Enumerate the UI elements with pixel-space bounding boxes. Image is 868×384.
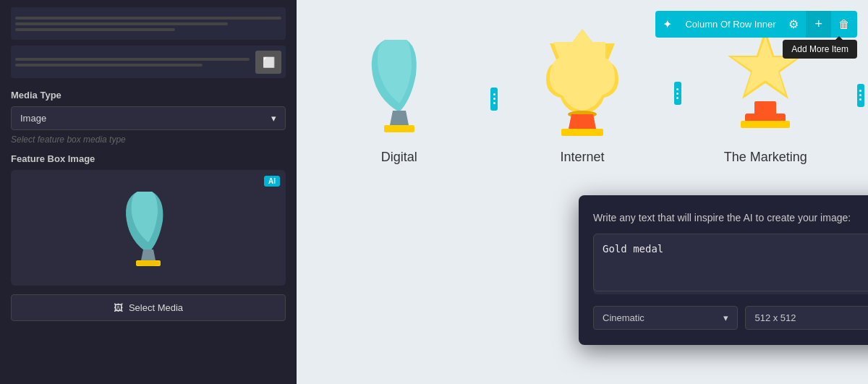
thumb-image-icon: ⬜: [255, 51, 281, 74]
trophy-card-1: Digital: [311, 33, 487, 165]
prompt-textarea[interactable]: [593, 234, 868, 291]
media-type-value: Image: [20, 113, 46, 124]
media-type-hint: Select feature box media type: [11, 135, 286, 145]
svg-rect-4: [561, 129, 603, 136]
svg-rect-2: [384, 125, 414, 132]
thumb-lines: [15, 17, 281, 31]
thumb-line: [15, 22, 228, 25]
thumb-line: [15, 64, 203, 67]
style-dropdown[interactable]: Cinematic ▾: [593, 306, 738, 330]
trophy-card-2: Internet: [494, 22, 670, 165]
template-thumbnails: ⬜: [11, 7, 286, 78]
thumb-line: [15, 58, 250, 61]
trash-icon: 🗑: [838, 18, 850, 30]
image-preview-box: AI: [11, 170, 286, 286]
left-panel: ⬜ Media Type Image ▾ Select feature box …: [0, 0, 297, 384]
thumb-item-2[interactable]: ⬜: [11, 46, 286, 78]
dialog-footer: Cinematic ▾ 512 x 512 ▾ Generate Image: [593, 304, 868, 330]
add-more-item-tooltip: Add More Item: [783, 40, 857, 59]
svg-point-1: [136, 260, 161, 266]
settings-button[interactable]: ⚙: [781, 12, 806, 37]
gear-icon: ⚙: [788, 17, 799, 31]
style-label: Cinematic: [603, 312, 644, 323]
canvas-area: ✦ Column Of Row Inner ⚙ + 🗑 Add More Ite…: [297, 0, 868, 384]
plus-icon: +: [814, 17, 822, 31]
thumb-lines: [15, 58, 250, 67]
column-move-icon[interactable]: ✦: [655, 12, 679, 37]
thumb-line: [15, 28, 175, 31]
select-media-icon: 🖼: [114, 302, 123, 313]
svg-rect-9: [741, 121, 790, 128]
media-type-dropdown[interactable]: Image ▾: [11, 106, 286, 130]
add-item-button[interactable]: +: [806, 11, 831, 38]
chevron-down-icon: ▾: [271, 113, 276, 124]
media-type-section-label: Media Type: [11, 90, 286, 101]
thumb-item-1[interactable]: [11, 7, 286, 40]
drag-handle-3[interactable]: [857, 84, 864, 107]
ai-dialog: Write any text that will inspire the AI …: [579, 195, 868, 345]
chevron-down-icon: ▾: [723, 312, 728, 323]
dialog-header: Write any text that will inspire the AI …: [593, 210, 868, 225]
prompt-textarea-wrap: 🕐: [593, 234, 868, 294]
size-dropdown[interactable]: 512 x 512 ▾: [745, 306, 868, 330]
size-label: 512 x 512: [754, 312, 796, 323]
trophy-preview-image: [112, 181, 184, 275]
thumb-line: [15, 17, 281, 20]
delete-button[interactable]: 🗑: [831, 12, 857, 37]
column-toolbar: ✦ Column Of Row Inner ⚙ + 🗑: [655, 11, 857, 38]
select-media-label: Select Media: [129, 302, 183, 313]
trophy-name-2: Internet: [560, 150, 604, 165]
trophy-name-3: The Marketing: [724, 150, 807, 165]
feature-box-label: Feature Box Image: [11, 153, 286, 164]
ai-badge: AI: [264, 176, 280, 187]
dialog-title: Write any text that will inspire the AI …: [593, 212, 851, 223]
select-media-button[interactable]: 🖼 Select Media: [11, 294, 286, 321]
column-label: Column Of Row Inner: [679, 19, 781, 30]
trophy-name-1: Digital: [381, 150, 417, 165]
